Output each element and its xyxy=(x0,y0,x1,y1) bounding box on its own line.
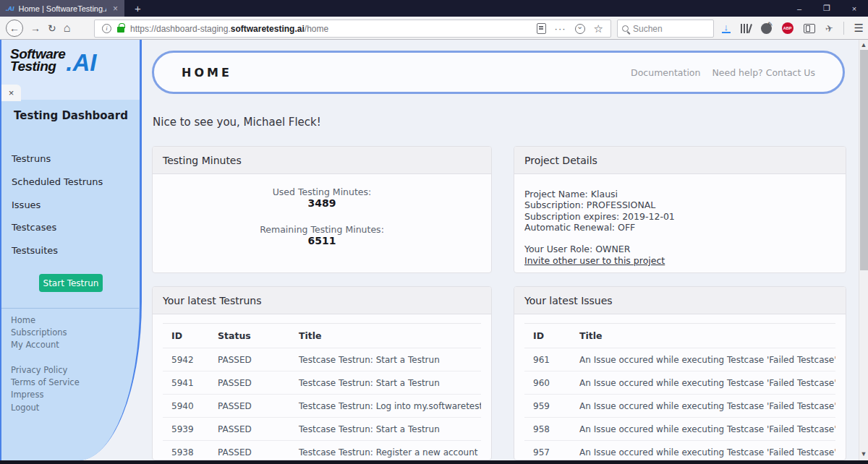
logo-ai-suffix: .AI xyxy=(66,53,96,72)
close-button[interactable]: × xyxy=(841,4,868,13)
search-input[interactable] xyxy=(633,24,698,34)
toolbar-icons: ↓ ABP ✈ ☰ xyxy=(722,17,864,40)
sidebar-nav-item[interactable]: Testsuites xyxy=(12,239,135,262)
issue-id: 960 xyxy=(524,378,571,388)
project-lines: Project Name: KlausiSubscription: PROFES… xyxy=(524,189,835,233)
window-bottom-edge xyxy=(0,460,868,464)
url-bar[interactable]: i https://dashboard-staging.softwaretest… xyxy=(94,20,611,38)
issue-row[interactable]: 959 An Issue occured while executing Tes… xyxy=(524,395,835,418)
page-header: HOME DocumentationNeed help? Contact Us xyxy=(152,51,845,94)
testrun-status: PASSED xyxy=(209,424,290,434)
url-text[interactable]: https://dashboard-staging.softwaretestin… xyxy=(130,24,537,34)
menu-icon[interactable]: ☰ xyxy=(854,22,864,35)
issues-table: ID Title 961 An Issue occured while exec… xyxy=(524,323,835,460)
card-title: Project Details xyxy=(514,147,846,174)
browser-search-box[interactable] xyxy=(617,20,714,38)
issue-title: An Issue occured while executing Testcas… xyxy=(571,424,835,434)
testrun-id: 5939 xyxy=(163,424,209,434)
main-content: HOME DocumentationNeed help? Contact Us … xyxy=(142,40,859,460)
sidebar-collapse-button[interactable]: × xyxy=(1,85,21,101)
card-title: Testing Minutes xyxy=(153,147,491,174)
scrollbar-thumb[interactable] xyxy=(860,50,868,270)
issue-row[interactable]: 961 An Issue occured while executing Tes… xyxy=(524,348,835,371)
greeting-text: Nice to see you, Michael Fleck! xyxy=(153,116,321,129)
testrun-title: Testcase Testrun: Start a Testrun xyxy=(290,355,481,365)
testrun-id: 5940 xyxy=(163,401,209,411)
scroll-down-icon[interactable]: ▼ xyxy=(859,450,868,457)
testrun-row[interactable]: 5938 PASSED Testcase Testrun: Register a… xyxy=(163,441,481,460)
softwaretesting-logo[interactable]: Software Testing .AI xyxy=(10,48,96,72)
secure-lock-icon xyxy=(117,27,124,33)
testrun-title: Testcase Testrun: Register a new account xyxy=(290,447,481,457)
used-minutes-label: Used Testing Minutes: xyxy=(153,186,491,197)
issue-row[interactable]: 960 An Issue occured while executing Tes… xyxy=(524,371,835,395)
issue-id: 958 xyxy=(524,424,571,434)
sidebar-link[interactable]: Logout xyxy=(11,401,80,413)
sidebar-divider xyxy=(1,308,139,309)
browser-tab[interactable]: .AI Home | SoftwareTesting.AI × xyxy=(0,0,124,17)
issue-row[interactable]: 958 An Issue occured while executing Tes… xyxy=(524,418,835,441)
testrun-id: 5941 xyxy=(163,378,209,388)
project-details-card: Project Details Project Name: KlausiSubs… xyxy=(514,146,846,273)
used-minutes-value: 3489 xyxy=(153,197,491,209)
sidebar-link[interactable]: Privacy Policy xyxy=(11,364,80,376)
project-detail-line: Subscription: PROFESSIONAL xyxy=(524,199,835,210)
sidebar-link[interactable]: Terms of Service xyxy=(11,376,80,388)
page-viewport: Software Testing .AI × Testing Dashboard… xyxy=(0,40,868,460)
bookmark-star-icon[interactable]: ☆ xyxy=(594,22,603,35)
remaining-minutes-value: 6511 xyxy=(153,235,491,246)
adblock-icon[interactable]: ABP xyxy=(782,22,793,34)
sidebar-link[interactable]: Home xyxy=(11,314,67,326)
start-testrun-button[interactable]: Start Testrun xyxy=(39,274,103,292)
invite-user-link[interactable]: Invite other user to this project xyxy=(524,255,665,266)
new-tab-button[interactable]: + xyxy=(124,0,151,17)
download-icon[interactable]: ↓ xyxy=(722,24,731,33)
testrun-title: Testcase Testrun: Start a Testrun xyxy=(290,378,481,388)
pocket-icon[interactable] xyxy=(575,24,585,34)
sidebar-nav-item[interactable]: Scheduled Testruns xyxy=(12,171,135,194)
sidebar-nav: TestrunsScheduled TestrunsIssuesTestcase… xyxy=(12,147,135,262)
library-icon[interactable] xyxy=(741,24,751,33)
testrun-id: 5942 xyxy=(163,355,209,365)
sidebar-link[interactable]: Subscriptions xyxy=(11,326,67,338)
testrun-title: Testcase Testrun: Log into my.softwarete… xyxy=(290,401,481,411)
sidebar-links-primary: HomeSubscriptionsMy Account xyxy=(11,314,67,351)
column-header-id: ID xyxy=(524,330,571,341)
sidebar-link[interactable]: My Account xyxy=(11,339,67,351)
page-title: HOME xyxy=(182,66,232,80)
sidebar-toggle-icon[interactable] xyxy=(804,24,815,33)
sidebar-nav-item[interactable]: Issues xyxy=(12,193,135,216)
restore-button[interactable]: ❐ xyxy=(813,4,841,13)
page-scrollbar[interactable]: ▲ ▼ xyxy=(859,40,868,460)
page-actions-more-icon[interactable]: ··· xyxy=(555,23,566,34)
reader-mode-icon[interactable] xyxy=(537,23,546,34)
testrun-row[interactable]: 5939 PASSED Testcase Testrun: Start a Te… xyxy=(163,418,481,441)
issues-table-header: ID Title xyxy=(524,324,835,348)
site-favicon: .AI xyxy=(6,5,14,12)
sidebar-nav-item[interactable]: Testcases xyxy=(12,216,135,239)
issue-row[interactable]: 957 An Issue occured while executing Tes… xyxy=(524,441,835,460)
forward-button[interactable]: → xyxy=(30,22,41,34)
sidebar-nav-item[interactable]: Testruns xyxy=(12,147,135,171)
home-button[interactable]: ⌂ xyxy=(64,22,71,35)
tab-close-icon[interactable]: × xyxy=(111,4,120,14)
extension-icon[interactable] xyxy=(761,23,772,34)
back-button[interactable]: ← xyxy=(6,20,23,37)
issue-title: An Issue occured while executing Testcas… xyxy=(571,355,835,365)
testruns-table-body: 5942 PASSED Testcase Testrun: Start a Te… xyxy=(163,348,481,460)
testrun-row[interactable]: 5942 PASSED Testcase Testrun: Start a Te… xyxy=(163,348,481,371)
testrun-id: 5938 xyxy=(163,447,209,457)
header-link[interactable]: Need help? Contact Us xyxy=(712,67,815,78)
sidebar: Software Testing .AI × Testing Dashboard… xyxy=(0,40,142,460)
remaining-minutes-label: Remaining Testing Minutes: xyxy=(153,224,491,235)
testrun-row[interactable]: 5940 PASSED Testcase Testrun: Log into m… xyxy=(163,395,481,418)
sidebar-link[interactable]: Impress xyxy=(11,389,80,401)
header-link[interactable]: Documentation xyxy=(631,67,700,78)
page-info-icon[interactable]: i xyxy=(102,24,111,33)
reload-button[interactable]: ↻ xyxy=(48,22,56,34)
testrun-row[interactable]: 5941 PASSED Testcase Testrun: Start a Te… xyxy=(163,371,481,395)
pointer-extension-icon[interactable]: ✈ xyxy=(824,22,834,35)
minimize-button[interactable]: – xyxy=(786,4,813,13)
toolbar-separator xyxy=(843,22,844,35)
scroll-up-icon[interactable]: ▲ xyxy=(859,41,868,48)
